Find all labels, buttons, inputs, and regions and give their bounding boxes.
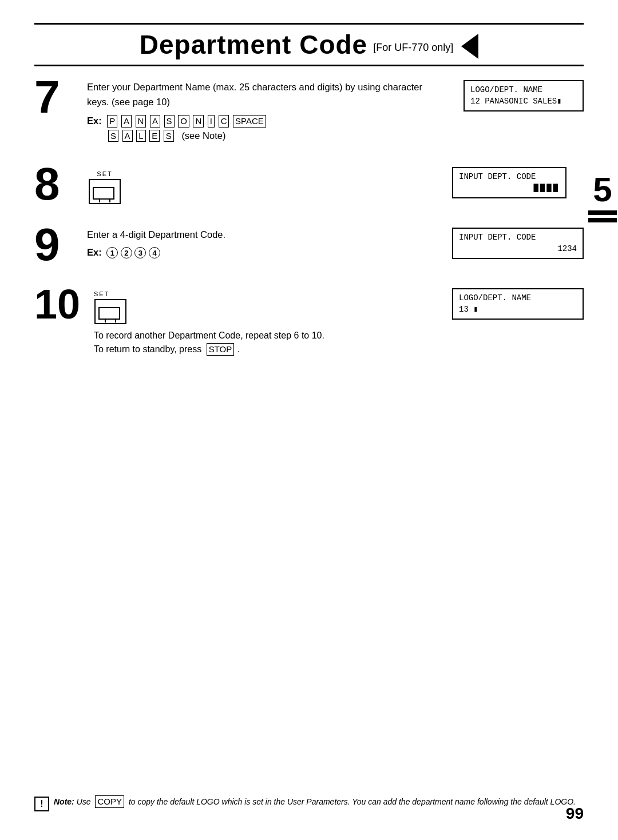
step9-text: Enter a 4-digit Department Code.	[87, 228, 225, 242]
step9-display-line2: 1234	[459, 244, 577, 255]
copy-key: COPY	[95, 795, 124, 808]
note-label: Note:	[54, 797, 77, 806]
key-A3: A	[122, 130, 133, 142]
section-line-2	[588, 218, 617, 222]
svg-rect-1	[93, 188, 114, 199]
period: .	[237, 344, 240, 354]
step8-display: INPUT DEPT. CODE ████	[452, 167, 566, 198]
page-number: 99	[566, 805, 584, 823]
note-icon: !	[34, 797, 49, 811]
stop-key: STOP	[207, 343, 235, 356]
key-A: A	[121, 115, 132, 128]
circle-2: 2	[121, 247, 132, 258]
step10-note1: To record another Department Code, repea…	[94, 331, 324, 341]
key-O: O	[178, 115, 189, 128]
key-A2: A	[150, 115, 160, 128]
page-title: Department Code	[140, 29, 367, 60]
step8-display-line2: ████	[459, 183, 560, 194]
circle-4: 4	[149, 247, 160, 258]
step10-set-label: SET	[94, 290, 109, 297]
header-arrow-icon	[461, 34, 478, 59]
circle-1: 1	[106, 247, 118, 258]
step10-display: LOGO/DEPT. NAME 13 ▮	[452, 288, 584, 320]
key-S2: S	[108, 130, 118, 142]
svg-rect-5	[99, 308, 120, 319]
section-line-1	[588, 210, 617, 215]
set-button-icon-10	[94, 298, 127, 325]
step7-see-note: (see Note)	[181, 130, 225, 141]
step10-note2: To return to standby, press	[94, 344, 201, 354]
key-E: E	[149, 130, 160, 142]
key-SPACE: SPACE	[233, 115, 266, 128]
step8-set-label: SET	[97, 170, 112, 177]
set-button-icon	[88, 178, 121, 205]
page-title-suffix: [For UF-770 only]	[373, 42, 453, 54]
key-L: L	[136, 130, 145, 142]
note-text-content: to copy the default LOGO which is set in…	[129, 797, 576, 806]
step9-number: 9	[34, 222, 80, 268]
step7-display-line1: LOGO/DEPT. NAME	[470, 85, 577, 96]
step8-number: 8	[34, 161, 80, 207]
key-N: N	[193, 115, 204, 128]
section-5-number: 5	[593, 173, 612, 207]
key-P: P	[107, 115, 117, 128]
step7-display-line2: 12 PANASONIC SALES▮	[470, 96, 577, 108]
key-S: S	[164, 115, 175, 128]
key-C: C	[219, 115, 229, 128]
step9-display: INPUT DEPT. CODE 1234	[452, 228, 584, 259]
step9-example-label: Ex:	[87, 247, 102, 257]
step7-display: LOGO/DEPT. NAME 12 PANASONIC SALES▮	[464, 80, 584, 112]
circle-3: 3	[134, 247, 146, 258]
step9-display-line1: INPUT DEPT. CODE	[459, 232, 577, 244]
step7-example-label: Ex:	[87, 116, 102, 126]
key-N: N	[136, 115, 146, 128]
step8-display-line1: INPUT DEPT. CODE	[459, 172, 560, 183]
step7-number: 7	[34, 74, 80, 120]
step10-display-line2: 13 ▮	[459, 304, 577, 316]
key-I: I	[208, 115, 215, 128]
step10-number: 10	[34, 284, 86, 325]
step10-display-line1: LOGO/DEPT. NAME	[459, 293, 577, 304]
key-S3: S	[164, 130, 174, 142]
step7-text: Enter your Department Name (max. 25 char…	[87, 80, 441, 109]
bottom-note: ! Note: Use COPY to copy the default LOG…	[34, 795, 584, 811]
note-use-label: Use	[77, 797, 91, 806]
